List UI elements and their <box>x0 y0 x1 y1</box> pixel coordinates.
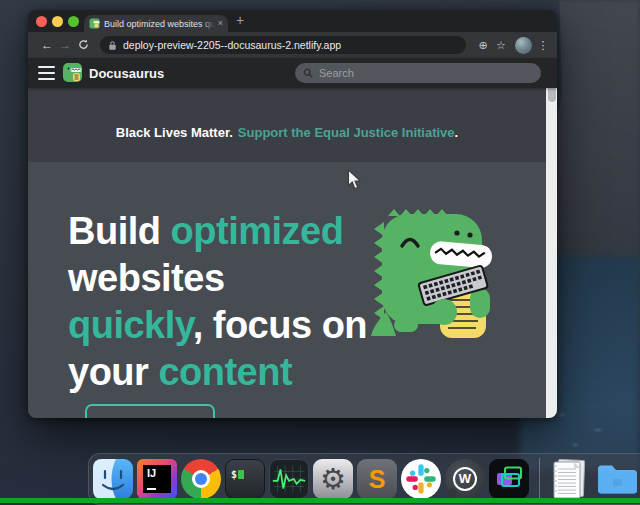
intellij-underline <box>147 488 156 491</box>
desktop: Build optimized websites quick × + ← → d… <box>0 0 640 505</box>
chrome-menu-icon[interactable]: ⋮ <box>537 39 549 52</box>
dock-icon-system-preferences[interactable]: ⚙ <box>313 459 353 499</box>
url-text: deploy-preview-2205--docusaurus-2.netlif… <box>123 39 341 51</box>
workplace-bubble-tail <box>446 487 457 498</box>
workplace-w-glyph: W <box>453 467 477 491</box>
sublime-s-glyph: S <box>369 465 386 493</box>
site-navbar: Docusaurus Search <box>28 58 557 88</box>
terminal-cursor <box>238 470 244 479</box>
hero-get-started-button[interactable] <box>85 404 215 418</box>
hamburger-menu-icon[interactable] <box>38 66 55 80</box>
intellij-inner: IJ <box>143 465 171 493</box>
tab-title: Build optimized websites quick <box>104 19 215 29</box>
terminal-prompt: $ <box>231 469 237 480</box>
hero-title: Build optimized websites quickly, focus … <box>68 208 367 396</box>
close-window-button[interactable] <box>36 16 47 27</box>
tab-close-icon[interactable]: × <box>218 19 223 28</box>
gif-artifact-line <box>0 498 640 503</box>
mouse-cursor <box>347 169 362 191</box>
address-bar[interactable]: deploy-preview-2205--docusaurus-2.netlif… <box>100 36 466 54</box>
finder-icon <box>93 459 133 499</box>
profile-avatar[interactable] <box>515 37 532 54</box>
new-tab-button[interactable]: + <box>236 12 244 28</box>
intellij-monogram: IJ <box>147 467 156 479</box>
hero-text-accent: quickly <box>68 304 193 346</box>
dock-separator <box>539 458 540 500</box>
documents-icon <box>550 459 587 499</box>
dock-icon-sublime-text[interactable]: S <box>357 459 397 499</box>
brand-title[interactable]: Docusaurus <box>89 66 164 81</box>
announcement-text: Black Lives Matter. <box>116 125 233 140</box>
hero-line-4: your content <box>68 349 367 396</box>
tab-strip: Build optimized websites quick × + <box>28 10 557 32</box>
lock-icon <box>108 40 117 51</box>
page-scrollbar[interactable] <box>546 58 557 418</box>
forward-icon[interactable]: → <box>56 39 74 51</box>
dock-icon-slack[interactable] <box>401 459 441 499</box>
dock-icon-finder[interactable] <box>93 459 133 499</box>
activity-monitor-icon <box>270 460 308 498</box>
announcement-bar: Black Lives Matter. Support the Equal Ju… <box>28 88 546 162</box>
hero-text: Build <box>68 210 171 252</box>
dock-icon-displays[interactable] <box>489 459 529 499</box>
dock-icon-chrome[interactable] <box>181 459 221 499</box>
bookmark-star-icon[interactable]: ☆ <box>492 39 510 52</box>
hero-line-1: Build optimized <box>68 208 367 255</box>
docusaurus-favicon-icon <box>89 18 100 29</box>
dock-icon-intellij-idea[interactable]: IJ <box>137 459 177 499</box>
search-input[interactable]: Search <box>295 63 541 83</box>
browser-toolbar: ← → deploy-preview-2205--docusaurus-2.ne… <box>28 32 557 58</box>
hero-line-2: websites <box>68 255 367 302</box>
hero-text-accent: optimized <box>171 210 344 252</box>
hero-text: , focus on <box>193 304 367 346</box>
hero-text-accent: content <box>158 351 292 393</box>
displays-icon <box>489 459 529 499</box>
search-placeholder: Search <box>319 67 354 79</box>
dock-icon-activity-monitor[interactable] <box>269 459 309 499</box>
search-icon <box>303 68 313 78</box>
slack-icon <box>401 459 441 499</box>
wallpaper-foam <box>544 397 634 457</box>
dock-icon-documents[interactable] <box>550 459 587 499</box>
minimize-window-button[interactable] <box>52 16 63 27</box>
dock-icon-folder[interactable] <box>595 459 639 499</box>
hero-text: websites <box>68 257 225 299</box>
page-content: Docusaurus Search Black Lives Matter. Su… <box>28 58 557 418</box>
browser-window: Build optimized websites quick × + ← → d… <box>28 10 557 418</box>
announcement-suffix: . <box>455 125 459 140</box>
hero-line-3: quickly, focus on <box>68 302 367 349</box>
docusaurus-dinosaur-illustration <box>368 204 496 338</box>
zoom-window-button[interactable] <box>68 16 79 27</box>
reload-icon[interactable] <box>74 39 92 52</box>
gear-icon: ⚙ <box>320 463 346 495</box>
folder-icon <box>595 459 639 499</box>
docusaurus-logo-icon[interactable] <box>62 62 83 83</box>
hero-text: your <box>68 351 158 393</box>
announcement-link[interactable]: Support the Equal Justice Initiative <box>238 125 455 140</box>
dock-icon-terminal[interactable]: $ <box>225 459 265 499</box>
back-icon[interactable]: ← <box>38 39 56 51</box>
zoom-level-icon[interactable]: ⊕ <box>474 39 492 52</box>
dock-icon-workplace-chat[interactable]: W <box>445 459 485 499</box>
browser-tab[interactable]: Build optimized websites quick × <box>84 15 228 32</box>
